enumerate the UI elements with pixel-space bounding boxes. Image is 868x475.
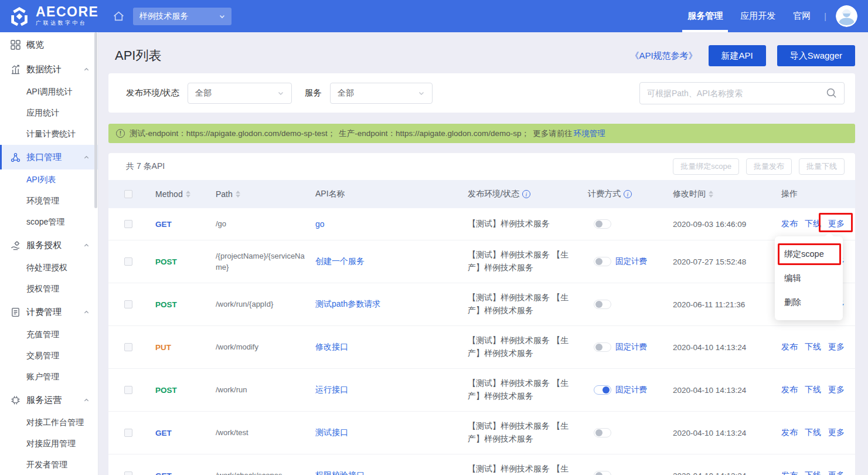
api-name-link[interactable]: 测试接口	[315, 428, 468, 438]
env-management-link[interactable]: 环境管理	[574, 128, 605, 139]
nav-item-2[interactable]: 官网	[784, 0, 819, 32]
publish-link[interactable]: 发布	[781, 342, 798, 352]
filter-bar: 发布环境/状态 全部 服务 全部	[108, 73, 855, 113]
billing-toggle[interactable]	[594, 342, 611, 352]
publish-link[interactable]: 发布	[781, 428, 798, 438]
sidebar-item-4[interactable]: 计费管理	[0, 300, 98, 324]
row-checkbox[interactable]	[124, 343, 132, 351]
sidebar-subitem-1-1[interactable]: 应用统计	[0, 103, 98, 124]
column-label: Path	[216, 189, 233, 199]
sort-icon[interactable]	[186, 191, 190, 198]
more-link[interactable]: 更多	[828, 219, 845, 229]
api-name-link[interactable]: 测试path参数请求	[315, 299, 468, 310]
home-icon[interactable]	[113, 10, 125, 22]
billing-toggle[interactable]	[594, 257, 611, 266]
sidebar-subitem-1-0[interactable]: API调用统计	[0, 82, 98, 103]
sidebar-subitem-3-1[interactable]: 授权管理	[0, 279, 98, 300]
more-link[interactable]: 更多	[828, 385, 845, 395]
sidebar-item-0[interactable]: 概览	[0, 32, 98, 57]
toggle-knob	[595, 429, 603, 436]
sidebar-subitem-2-0[interactable]: API列表	[0, 169, 98, 191]
nav-item-1[interactable]: 应用开发	[731, 0, 784, 32]
sidebar-item-5[interactable]: 服务运营	[0, 388, 98, 412]
sidebar-subitem-4-1[interactable]: 交易管理	[0, 345, 98, 367]
sort-icon[interactable]	[236, 191, 240, 198]
offline-link[interactable]: 下线	[805, 428, 821, 438]
more-link[interactable]: 更多	[828, 470, 845, 475]
publish-link[interactable]: 发布	[781, 219, 798, 229]
batch-button-1[interactable]: 批量发布	[746, 158, 792, 175]
offline-link[interactable]: 下线	[805, 342, 821, 352]
sidebar-item-1[interactable]: 数据统计	[0, 57, 98, 82]
column-header-6: 操作	[781, 189, 845, 199]
edit-menu-item[interactable]: 编辑	[775, 266, 843, 290]
user-avatar[interactable]	[836, 5, 857, 27]
api-name-link[interactable]: go	[315, 219, 468, 229]
sidebar-subitem-5-0[interactable]: 对接工作台管理	[0, 412, 98, 433]
interface-icon	[11, 152, 26, 162]
more-link[interactable]: 更多	[828, 342, 845, 352]
offline-link[interactable]: 下线	[805, 219, 821, 229]
sidebar-subitem-4-2[interactable]: 账户管理	[0, 367, 98, 388]
chevron-down-icon	[219, 13, 226, 20]
delete-menu-item[interactable]: 删除	[775, 290, 843, 314]
offline-link[interactable]: 下线	[805, 385, 821, 395]
sidebar-subitem-4-0[interactable]: 充值管理	[0, 324, 98, 345]
row-checkbox[interactable]	[124, 386, 132, 394]
checkbox-cell	[124, 386, 155, 394]
sidebar-scrollbar[interactable]	[94, 32, 97, 208]
offline-link[interactable]: 下线	[805, 470, 821, 475]
api-name-link[interactable]: 运行接口	[315, 385, 468, 395]
path-cell: /work/run/{appId}	[216, 298, 315, 310]
api-name-link[interactable]: 创建一个服务	[315, 256, 468, 267]
billing-toggle[interactable]	[594, 385, 611, 395]
bind-scope-menu-item[interactable]: 绑定scope	[775, 242, 843, 266]
info-icon[interactable]: i	[522, 190, 530, 198]
top-nav: 服务管理应用开发官网	[679, 0, 819, 32]
sidebar-subitem-5-1[interactable]: 对接应用管理	[0, 433, 98, 454]
service-filter-select[interactable]: 全部	[330, 83, 433, 104]
sidebar-item-3[interactable]: 服务授权	[0, 233, 98, 257]
info-icon[interactable]: i	[624, 190, 632, 198]
sidebar-subitem-5-2[interactable]: 开发者管理	[0, 454, 98, 475]
import-swagger-button[interactable]: 导入Swagger	[777, 45, 855, 66]
api-name-link[interactable]: 修改接口	[315, 342, 468, 352]
publish-link[interactable]: 发布	[781, 385, 798, 395]
batch-button-2[interactable]: 批量下线	[799, 158, 845, 175]
more-link[interactable]: 更多	[828, 428, 845, 438]
row-checkbox[interactable]	[124, 471, 132, 475]
sidebar-subitem-1-2[interactable]: 计量计费统计	[0, 124, 98, 145]
row-checkbox[interactable]	[124, 257, 132, 266]
billing-cell	[588, 428, 673, 437]
search-icon[interactable]	[826, 87, 837, 99]
publish-link[interactable]: 发布	[781, 470, 798, 475]
chevron-up-icon	[83, 309, 90, 315]
sidebar-item-2[interactable]: 接口管理	[0, 145, 98, 169]
sidebar-subitem-2-2[interactable]: scope管理	[0, 212, 98, 233]
workspace-selector[interactable]: 样例技术服务	[133, 8, 232, 25]
select-all-checkbox[interactable]	[124, 190, 132, 198]
sidebar: 概览数据统计API调用统计应用统计计量计费统计接口管理API列表环境管理scop…	[0, 32, 98, 475]
api-name-link[interactable]: 权限校验接口	[315, 470, 468, 475]
row-checkbox[interactable]	[124, 300, 132, 308]
billing-toggle[interactable]	[594, 428, 611, 437]
column-header-4: 计费方式i	[588, 189, 673, 199]
api-spec-link[interactable]: 《API规范参考》	[630, 50, 697, 62]
checkbox-cell	[124, 429, 155, 437]
batch-button-0[interactable]: 批量绑定scope	[673, 158, 739, 175]
row-checkbox[interactable]	[124, 429, 132, 437]
billing-toggle[interactable]	[594, 219, 611, 229]
new-api-button[interactable]: 新建API	[709, 45, 766, 66]
sidebar-subitem-3-0[interactable]: 待处理授权	[0, 257, 98, 279]
sort-icon[interactable]	[709, 191, 713, 198]
billing-toggle[interactable]	[594, 471, 611, 475]
sidebar-subitem-2-1[interactable]: 环境管理	[0, 191, 98, 212]
brand-subtitle: 广联达数字中台	[36, 19, 98, 27]
nav-item-0[interactable]: 服务管理	[679, 0, 731, 32]
modified-time: 2020-07-27 15:52:48	[673, 257, 781, 266]
env-filter-select[interactable]: 全部	[188, 83, 292, 104]
row-checkbox[interactable]	[124, 220, 132, 228]
billing-toggle[interactable]	[594, 300, 611, 309]
search-input[interactable]	[647, 89, 826, 98]
column-label: API名称	[315, 189, 345, 199]
